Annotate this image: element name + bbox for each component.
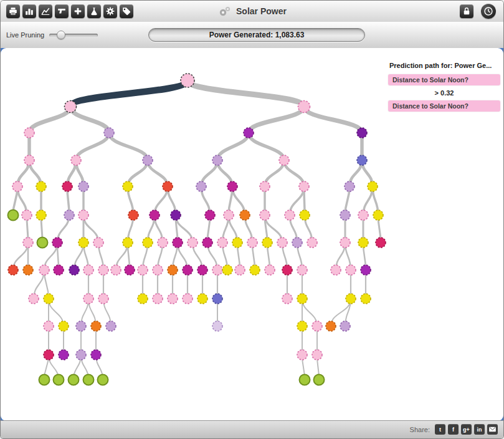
tree-node[interactable] [212,321,222,331]
settings-button[interactable] [103,4,117,18]
tree-node[interactable] [340,210,350,220]
clock-button[interactable] [481,4,496,19]
tree-node[interactable] [104,128,114,138]
line-chart-button[interactable] [39,4,52,18]
googleplus-share-button[interactable]: g+ [461,424,472,435]
tree-node[interactable] [78,210,88,220]
tree-node[interactable] [240,210,250,220]
email-share-button[interactable] [487,424,498,435]
tree-node[interactable] [250,265,260,275]
tree-node[interactable] [331,265,341,275]
tree-node[interactable] [357,155,367,165]
tree-node[interactable] [12,181,22,191]
tree-node[interactable] [358,238,368,248]
facebook-share-button[interactable]: f [448,424,459,435]
tree-node[interactable] [24,155,34,165]
tree-node[interactable] [298,101,310,113]
tree-node[interactable] [357,128,367,138]
tree-node[interactable] [197,294,207,304]
lock-button[interactable] [460,4,473,18]
tree-node[interactable] [36,210,46,220]
tree-node[interactable] [171,210,181,220]
tree-node[interactable] [196,181,206,191]
tree-node[interactable] [227,181,237,191]
tag-button[interactable] [120,4,133,18]
tree-node[interactable] [188,238,197,248]
tree-node[interactable] [36,181,46,191]
tree-node[interactable] [98,375,108,385]
tree-node[interactable] [24,128,34,138]
tree-node[interactable] [106,321,116,331]
tree-node[interactable] [212,265,222,275]
tree-node[interactable] [8,265,18,275]
tree-node[interactable] [279,155,289,165]
tree-node[interactable] [282,294,292,304]
tree-node[interactable] [346,294,356,304]
tree-node[interactable] [299,181,309,191]
tree-node[interactable] [59,350,69,360]
tree-node[interactable] [44,294,54,304]
tree-node[interactable] [93,238,103,248]
tree-node[interactable] [312,350,322,360]
tree-node[interactable] [168,265,178,275]
tree-node[interactable] [29,294,39,304]
tree-node[interactable] [235,265,245,275]
tree-node[interactable] [340,321,350,331]
tree-node[interactable] [373,210,383,220]
tree-node[interactable] [297,294,307,304]
tree-node[interactable] [158,238,168,248]
tree-node[interactable] [98,265,108,275]
tree-node[interactable] [62,181,72,191]
tree-node[interactable] [71,155,81,165]
tree-node[interactable] [297,321,307,331]
tree-node[interactable] [39,265,49,275]
tree-node[interactable] [153,265,163,275]
tree-node[interactable] [202,238,212,248]
tree-node[interactable] [181,74,194,87]
printer-button[interactable] [6,4,20,18]
tree-node[interactable] [163,181,173,191]
tree-node[interactable] [143,238,153,248]
tree-node[interactable] [150,210,159,220]
live-pruning-slider[interactable] [49,34,98,37]
tree-node[interactable] [143,155,153,165]
tree-node[interactable] [222,265,232,275]
tree-node[interactable] [91,321,101,331]
tree-node[interactable] [358,210,368,220]
tree-node[interactable] [65,101,77,113]
tree-node[interactable] [168,294,178,304]
tree-node[interactable] [37,238,48,248]
tree-node[interactable] [138,294,148,304]
tree-node[interactable] [292,238,302,248]
tree-node[interactable] [76,350,86,360]
tree-node[interactable] [376,238,386,248]
tree-node[interactable] [282,265,292,275]
tree-node[interactable] [123,181,133,191]
tree-node[interactable] [54,265,64,275]
tree-node[interactable] [76,321,86,331]
tree-node[interactable] [98,294,108,304]
twitter-share-button[interactable]: t [435,424,445,435]
tree-node[interactable] [183,265,193,275]
tree-node[interactable] [54,375,64,385]
tree-node[interactable] [212,155,222,165]
tree-node[interactable] [212,294,222,304]
tree-node[interactable] [285,210,295,220]
tree-node[interactable] [345,181,354,191]
tree-node[interactable] [232,238,242,248]
tree-node[interactable] [23,265,33,275]
linkedin-share-button[interactable]: in [474,424,485,435]
tree-node[interactable] [346,265,356,275]
tree-node[interactable] [69,265,79,275]
tree-node[interactable] [361,265,371,275]
tree-node[interactable] [52,238,62,248]
tree-node[interactable] [297,350,307,360]
tree-node[interactable] [277,238,287,248]
tree-node[interactable] [326,321,336,331]
tree-node[interactable] [361,294,371,304]
tree-node[interactable] [265,265,275,275]
tree-node[interactable] [300,210,310,220]
tree-node[interactable] [44,321,54,331]
tree-node[interactable] [260,181,270,191]
tree-node[interactable] [244,128,254,138]
